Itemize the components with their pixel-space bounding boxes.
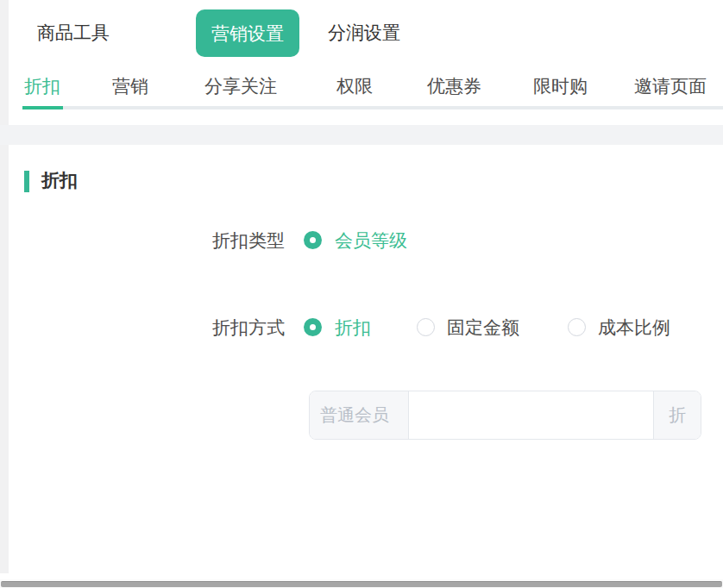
page-left-gutter (0, 0, 9, 573)
discount-method-label: 折扣方式 (10, 316, 285, 340)
subtab-coupons[interactable]: 优惠券 (427, 66, 481, 106)
tab-product-tools[interactable]: 商品工具 (37, 0, 110, 66)
primary-tab-bar: 商品工具 营销设置 分润设置 (9, 0, 723, 66)
input-prefix-regular-member: 普通会员 (310, 391, 409, 439)
subtab-invite-page[interactable]: 邀请页面 (634, 66, 707, 106)
radio-discount[interactable] (304, 318, 322, 336)
radio-fixed-amount[interactable] (417, 318, 435, 336)
tab-underline-track (22, 106, 723, 109)
radio-cost-ratio-label[interactable]: 成本比例 (598, 316, 670, 340)
subtab-flash-sale[interactable]: 限时购 (533, 66, 588, 106)
subtab-marketing[interactable]: 营销 (112, 66, 148, 106)
subtab-permissions[interactable]: 权限 (336, 66, 373, 106)
active-tab-indicator (22, 106, 63, 109)
member-discount-input-group: 普通会员 折 (309, 391, 701, 440)
radio-cost-ratio[interactable] (568, 318, 586, 336)
section-separator (0, 125, 723, 145)
input-suffix-zhe: 折 (653, 391, 701, 439)
tab-profit-settings[interactable]: 分润设置 (328, 0, 400, 66)
tab-marketing-settings[interactable]: 营销设置 (196, 9, 299, 57)
discount-value-input[interactable] (409, 391, 653, 439)
subtab-share-follow[interactable]: 分享关注 (204, 66, 277, 106)
discount-panel: 折扣 折扣类型 会员等级 折扣方式 折扣 固定金额 成本比例 普通会员 折 (10, 145, 723, 579)
horizontal-scrollbar-track[interactable] (0, 579, 723, 588)
section-accent-bar (24, 171, 29, 192)
secondary-tab-bar: 折扣 营销 分享关注 权限 优惠券 限时购 邀请页面 (9, 66, 723, 109)
radio-discount-label[interactable]: 折扣 (335, 316, 371, 340)
section-title: 折扣 (41, 167, 78, 193)
horizontal-scrollbar-thumb[interactable] (1, 581, 722, 587)
radio-member-level[interactable] (304, 231, 322, 249)
radio-fixed-amount-label[interactable]: 固定金额 (447, 316, 519, 340)
discount-type-label: 折扣类型 (10, 228, 285, 253)
subtab-discount[interactable]: 折扣 (24, 66, 60, 106)
radio-member-level-label[interactable]: 会员等级 (335, 228, 407, 253)
